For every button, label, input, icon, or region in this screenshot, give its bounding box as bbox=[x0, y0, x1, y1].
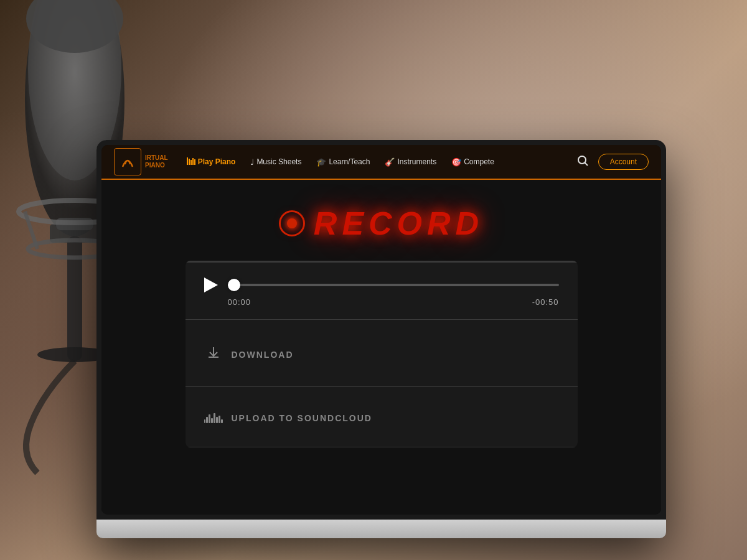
player-body: 00:00 -00:50 bbox=[186, 263, 578, 319]
graduation-icon: 🎓 bbox=[316, 157, 326, 167]
soundcloud-section: UPLOAD TO SOUNDCLOUD bbox=[186, 387, 578, 447]
player-controls bbox=[204, 278, 559, 292]
soundcloud-bars-icon bbox=[204, 413, 223, 423]
nav-item-learn-teach[interactable]: 🎓 Learn/Teach bbox=[310, 154, 376, 170]
laptop-screen-bezel: IRTUAL PIANO bbox=[96, 140, 666, 520]
current-time: 00:00 bbox=[228, 297, 251, 307]
download-section: DOWNLOAD bbox=[186, 320, 578, 386]
trophy-icon: 🎯 bbox=[451, 157, 461, 167]
play-piano-icon bbox=[187, 157, 195, 167]
svg-rect-14 bbox=[192, 158, 194, 165]
logo-icon bbox=[114, 148, 141, 175]
soundcloud-label: UPLOAD TO SOUNDCLOUD bbox=[232, 413, 372, 423]
main-content: RECORD bbox=[101, 180, 661, 515]
record-title-area: RECORD bbox=[279, 205, 484, 242]
navigation-bar: IRTUAL PIANO bbox=[101, 145, 661, 180]
nav-item-play-piano[interactable]: Play Piano bbox=[181, 154, 242, 170]
laptop-frame: IRTUAL PIANO bbox=[96, 140, 666, 538]
nav-items: Play Piano ♩ Music Sheets 🎓 Learn/Teach bbox=[181, 154, 575, 170]
laptop-base bbox=[96, 520, 666, 538]
record-icon bbox=[279, 210, 305, 236]
download-icon bbox=[204, 346, 223, 363]
logo[interactable]: IRTUAL PIANO bbox=[114, 148, 168, 175]
download-label: DOWNLOAD bbox=[232, 350, 294, 360]
search-button[interactable] bbox=[575, 152, 591, 171]
play-triangle-icon bbox=[204, 278, 218, 292]
progress-thumb[interactable] bbox=[228, 279, 240, 291]
guitar-icon: 🎸 bbox=[385, 157, 395, 167]
remaining-time: -00:50 bbox=[532, 297, 559, 307]
svg-rect-4 bbox=[67, 236, 82, 361]
nav-label-learn-teach: Learn/Teach bbox=[329, 157, 370, 166]
soundcloud-row[interactable]: UPLOAD TO SOUNDCLOUD bbox=[204, 402, 559, 434]
logo-text: IRTUAL PIANO bbox=[145, 154, 168, 169]
nav-label-music-sheets: Music Sheets bbox=[256, 157, 301, 166]
record-dot bbox=[287, 218, 297, 228]
player-card: 00:00 -00:50 bbox=[186, 261, 578, 447]
laptop-screen: IRTUAL PIANO bbox=[101, 145, 661, 515]
svg-rect-12 bbox=[189, 159, 190, 165]
svg-rect-15 bbox=[194, 159, 195, 165]
music-note-icon: ♩ bbox=[250, 157, 254, 167]
time-display: 00:00 -00:50 bbox=[204, 297, 559, 307]
svg-rect-11 bbox=[187, 157, 188, 165]
player-divider-3 bbox=[186, 447, 578, 447]
nav-label-instruments: Instruments bbox=[397, 157, 436, 166]
record-label: RECORD bbox=[314, 205, 484, 242]
nav-label-compete: Compete bbox=[464, 157, 494, 166]
nav-label-play-piano: Play Piano bbox=[198, 157, 236, 166]
progress-bar[interactable] bbox=[228, 284, 559, 286]
nav-item-music-sheets[interactable]: ♩ Music Sheets bbox=[244, 154, 308, 170]
nav-item-compete[interactable]: 🎯 Compete bbox=[445, 154, 500, 170]
nav-item-instruments[interactable]: 🎸 Instruments bbox=[378, 154, 443, 170]
soundcloud-icon bbox=[204, 413, 223, 423]
download-row[interactable]: DOWNLOAD bbox=[204, 335, 559, 374]
play-button[interactable] bbox=[204, 278, 218, 292]
svg-line-17 bbox=[585, 163, 588, 166]
svg-rect-13 bbox=[190, 160, 192, 165]
account-button[interactable]: Account bbox=[598, 154, 649, 170]
nav-right: Account bbox=[575, 152, 649, 171]
svg-point-16 bbox=[578, 156, 586, 164]
